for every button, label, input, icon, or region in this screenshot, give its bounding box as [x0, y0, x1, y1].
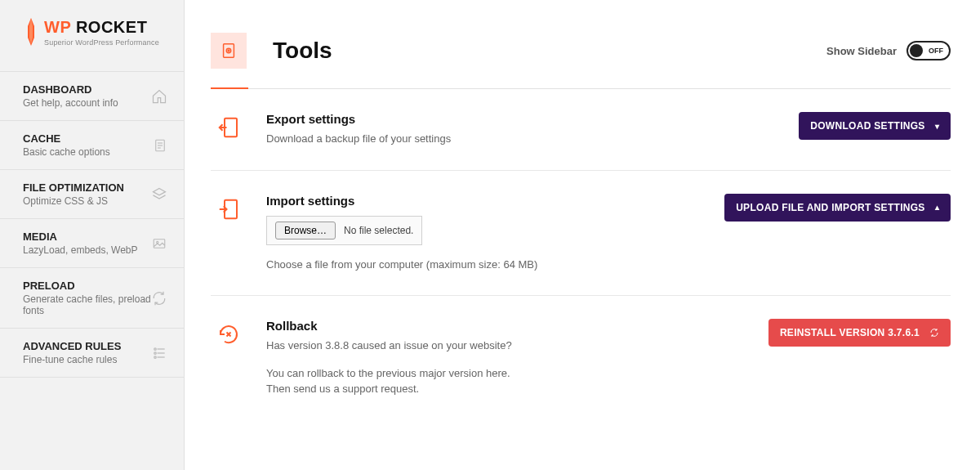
svg-point-5: [157, 241, 158, 243]
brand-wp: WP: [44, 18, 71, 36]
chevron-up-icon: ▴: [935, 203, 939, 212]
toggle-knob: [910, 44, 923, 57]
nav-sub: Basic cache options: [23, 146, 110, 158]
svg-point-13: [226, 48, 231, 53]
toggle-state: OFF: [929, 47, 943, 55]
rocket-icon: [23, 18, 39, 46]
svg-point-6: [154, 347, 157, 350]
upload-import-button[interactable]: UPLOAD FILE AND IMPORT SETTINGS ▴: [724, 194, 951, 222]
section-rollback: Rollback Has version 3.8.8 caused an iss…: [211, 296, 951, 420]
main-panel: Tools Show Sidebar OFF: [185, 0, 980, 470]
nav-title: FILE OPTIMIZATION: [23, 181, 124, 194]
nav-sub: LazyLoad, embeds, WebP: [23, 244, 138, 256]
reinstall-button[interactable]: REINSTALL VERSION 3.7.6.1: [768, 319, 951, 347]
sidebar-item-media[interactable]: MEDIA LazyLoad, embeds, WebP: [0, 219, 184, 268]
rollback-icon: [211, 319, 247, 397]
show-sidebar-label: Show Sidebar: [826, 45, 897, 57]
sidebar-item-preload[interactable]: PRELOAD Generate cache files, preload fo…: [0, 268, 184, 329]
svg-point-8: [154, 351, 157, 354]
import-icon: [211, 194, 247, 273]
brand-rocket: ROCKET: [76, 18, 147, 36]
nav-sub: Get help, account info: [23, 97, 118, 109]
sidebar-item-cache[interactable]: CACHE Basic cache options: [0, 121, 184, 170]
section-import: Import settings Browse… No file selected…: [211, 171, 951, 297]
nav-title: DASHBOARD: [23, 83, 118, 96]
sidebar-item-file-optimization[interactable]: FILE OPTIMIZATION Optimize CSS & JS: [0, 170, 184, 219]
sidebar-toggle[interactable]: OFF: [906, 41, 951, 60]
download-settings-button[interactable]: DOWNLOAD SETTINGS ▾: [799, 112, 951, 140]
nav-title: MEDIA: [23, 231, 138, 243]
export-icon: [211, 112, 247, 147]
refresh-icon: [929, 328, 939, 338]
section-export: Export settings Download a backup file o…: [211, 89, 951, 171]
svg-point-14: [228, 50, 229, 51]
button-label: REINSTALL VERSION 3.7.6.1: [780, 327, 920, 338]
file-input[interactable]: Browse… No file selected.: [266, 216, 422, 245]
browse-button[interactable]: Browse…: [275, 222, 336, 239]
svg-rect-12: [224, 44, 234, 58]
button-label: DOWNLOAD SETTINGS: [810, 120, 924, 132]
file-icon: [153, 137, 167, 154]
sliders-icon: [151, 345, 167, 361]
svg-point-10: [154, 356, 157, 358]
image-icon: [151, 236, 167, 251]
home-icon: [151, 88, 167, 105]
brand-tagline: Superior WordPress Performance: [44, 38, 159, 47]
sidebar-nav: DASHBOARD Get help, account info CACHE B…: [0, 71, 184, 378]
nav-sub: Generate cache files, preload fonts: [23, 293, 151, 316]
import-hint: Choose a file from your computer (maximu…: [266, 257, 951, 273]
nav-title: ADVANCED RULES: [23, 340, 121, 352]
nav-sub: Fine-tune cache rules: [23, 354, 121, 365]
button-label: UPLOAD FILE AND IMPORT SETTINGS: [736, 202, 925, 213]
brand-logo: WP ROCKET Superior WordPress Performance: [0, 0, 184, 71]
rollback-desc2b: Then send us a support request.: [266, 381, 951, 397]
chevron-down-icon: ▾: [935, 122, 939, 131]
sidebar-item-dashboard[interactable]: DASHBOARD Get help, account info: [0, 72, 184, 121]
sidebar: WP ROCKET Superior WordPress Performance…: [0, 0, 185, 470]
page-title: Tools: [273, 38, 332, 64]
gear-file-icon: [211, 33, 247, 69]
sidebar-item-advanced-rules[interactable]: ADVANCED RULES Fine-tune cache rules: [0, 329, 184, 378]
file-status: No file selected.: [344, 225, 413, 236]
nav-title: CACHE: [23, 132, 110, 145]
layers-icon: [151, 186, 167, 203]
nav-sub: Optimize CSS & JS: [23, 195, 124, 207]
nav-title: PRELOAD: [23, 280, 151, 292]
rollback-desc2a: You can rollback to the previous major v…: [266, 365, 951, 382]
refresh-icon: [151, 290, 167, 307]
